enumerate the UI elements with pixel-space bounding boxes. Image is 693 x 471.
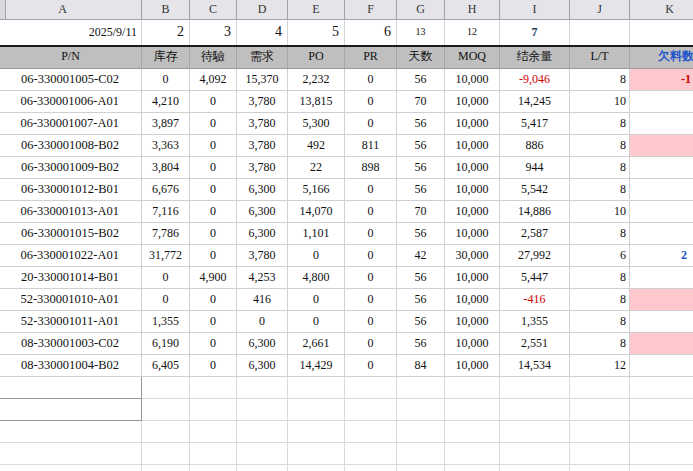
cell-moq[interactable]: 30,000: [445, 245, 500, 267]
cell-stock[interactable]: 6,405: [142, 355, 190, 377]
cell-balance[interactable]: 5,542: [500, 179, 570, 201]
cell-pr[interactable]: 0: [345, 91, 397, 113]
header-pending[interactable]: 待驗: [190, 47, 237, 69]
cell-po[interactable]: 5,166: [288, 179, 345, 201]
cell-pending[interactable]: 0: [190, 333, 237, 355]
cell-pending[interactable]: 0: [190, 91, 237, 113]
cell-moq[interactable]: 10,000: [445, 91, 500, 113]
cell-po[interactable]: 14,070: [288, 201, 345, 223]
cell-pn[interactable]: 06-330001006-A01: [0, 91, 142, 113]
header-pr[interactable]: PR: [345, 47, 397, 69]
header-lt[interactable]: L/T: [570, 47, 630, 69]
header-po[interactable]: PO: [288, 47, 345, 69]
cell-moq[interactable]: 10,000: [445, 289, 500, 311]
cell-lt[interactable]: 8: [570, 333, 630, 355]
cell-pr[interactable]: 0: [345, 245, 397, 267]
header-balance[interactable]: 结余量: [500, 47, 570, 69]
cell-days[interactable]: 56: [397, 179, 445, 201]
cell-stock[interactable]: 7,116: [142, 201, 190, 223]
cell-demand[interactable]: 3,780: [237, 113, 288, 135]
cell-pending[interactable]: 0: [190, 157, 237, 179]
cell-demand[interactable]: 6,300: [237, 179, 288, 201]
cell-stock[interactable]: 3,804: [142, 157, 190, 179]
cell-shortage[interactable]: -1: [630, 69, 693, 91]
cell-pending[interactable]: 0: [190, 311, 237, 333]
cell-pn[interactable]: 20-330001014-B01: [0, 267, 142, 289]
cell-balance[interactable]: 27,992: [500, 245, 570, 267]
cell-moq[interactable]: 10,000: [445, 333, 500, 355]
cell-shortage[interactable]: [630, 179, 693, 201]
cell-stock[interactable]: 0: [142, 289, 190, 311]
cell-param-f[interactable]: 6: [345, 20, 397, 45]
cell-days[interactable]: 56: [397, 311, 445, 333]
cell-lt[interactable]: 10: [570, 201, 630, 223]
header-stock[interactable]: 库存: [142, 47, 190, 69]
cell-moq[interactable]: 10,000: [445, 223, 500, 245]
cell-pr[interactable]: 0: [345, 267, 397, 289]
cell-po[interactable]: 13,815: [288, 91, 345, 113]
cell-pr[interactable]: 0: [345, 69, 397, 91]
cell-param-g[interactable]: 13: [397, 20, 445, 45]
cell-pending[interactable]: 0: [190, 355, 237, 377]
cell-shortage[interactable]: [630, 113, 693, 135]
cell-param-e[interactable]: 5: [288, 20, 345, 45]
cell-date[interactable]: 2025/9/11: [0, 20, 142, 45]
cell-pn[interactable]: 06-330001008-B02: [0, 135, 142, 157]
cell-demand[interactable]: 4,253: [237, 267, 288, 289]
empty-cell[interactable]: [0, 421, 142, 443]
cell-days[interactable]: 84: [397, 355, 445, 377]
cell-balance[interactable]: 944: [500, 157, 570, 179]
cell-pr[interactable]: 0: [345, 223, 397, 245]
cell-moq[interactable]: 10,000: [445, 201, 500, 223]
cell-param-j[interactable]: [570, 20, 630, 45]
header-pn[interactable]: P/N: [0, 47, 142, 69]
cell-pr[interactable]: 0: [345, 333, 397, 355]
cell-stock[interactable]: 0: [142, 69, 190, 91]
cell-pending[interactable]: 0: [190, 113, 237, 135]
cell-pn[interactable]: 06-330001007-A01: [0, 113, 142, 135]
cell-balance[interactable]: 886: [500, 135, 570, 157]
cell-days[interactable]: 56: [397, 223, 445, 245]
column-header-d[interactable]: D: [237, 0, 288, 20]
cell-pending[interactable]: 0: [190, 223, 237, 245]
cell-lt[interactable]: 8: [570, 223, 630, 245]
cell-pn[interactable]: 08-330001003-C02: [0, 333, 142, 355]
cell-moq[interactable]: 10,000: [445, 179, 500, 201]
cell-demand[interactable]: 3,780: [237, 135, 288, 157]
cell-lt[interactable]: 10: [570, 91, 630, 113]
cell-pr[interactable]: 0: [345, 311, 397, 333]
cell-demand[interactable]: 0: [237, 311, 288, 333]
cell-pending[interactable]: 4,092: [190, 69, 237, 91]
cell-days[interactable]: 56: [397, 289, 445, 311]
cell-moq[interactable]: 10,000: [445, 135, 500, 157]
cell-moq[interactable]: 10,000: [445, 157, 500, 179]
cell-days[interactable]: 56: [397, 157, 445, 179]
cell-pending[interactable]: 0: [190, 135, 237, 157]
cell-pending[interactable]: 0: [190, 179, 237, 201]
cell-stock[interactable]: 1,355: [142, 311, 190, 333]
cell-param-c[interactable]: 3: [190, 20, 237, 45]
cell-demand[interactable]: 6,300: [237, 355, 288, 377]
cell-shortage[interactable]: [630, 157, 693, 179]
cell-days[interactable]: 42: [397, 245, 445, 267]
cell-days[interactable]: 56: [397, 113, 445, 135]
cell-po[interactable]: 2,661: [288, 333, 345, 355]
cell-po[interactable]: 4,800: [288, 267, 345, 289]
cell-balance[interactable]: 1,355: [500, 311, 570, 333]
column-header-c[interactable]: C: [190, 0, 237, 20]
cell-moq[interactable]: 10,000: [445, 69, 500, 91]
cell-param-d[interactable]: 4: [237, 20, 288, 45]
cell-stock[interactable]: 7,786: [142, 223, 190, 245]
column-header-j[interactable]: J: [570, 0, 630, 20]
cell-pn[interactable]: 06-330001009-B02: [0, 157, 142, 179]
cell-moq[interactable]: 10,000: [445, 267, 500, 289]
cell-stock[interactable]: 31,772: [142, 245, 190, 267]
cell-demand[interactable]: 15,370: [237, 69, 288, 91]
cell-shortage[interactable]: [630, 91, 693, 113]
cell-param-i[interactable]: 7: [500, 20, 570, 45]
header-days[interactable]: 天数: [397, 47, 445, 69]
cell-lt[interactable]: 8: [570, 311, 630, 333]
cell-lt[interactable]: 8: [570, 267, 630, 289]
cell-days[interactable]: 56: [397, 69, 445, 91]
cell-lt[interactable]: 6: [570, 245, 630, 267]
